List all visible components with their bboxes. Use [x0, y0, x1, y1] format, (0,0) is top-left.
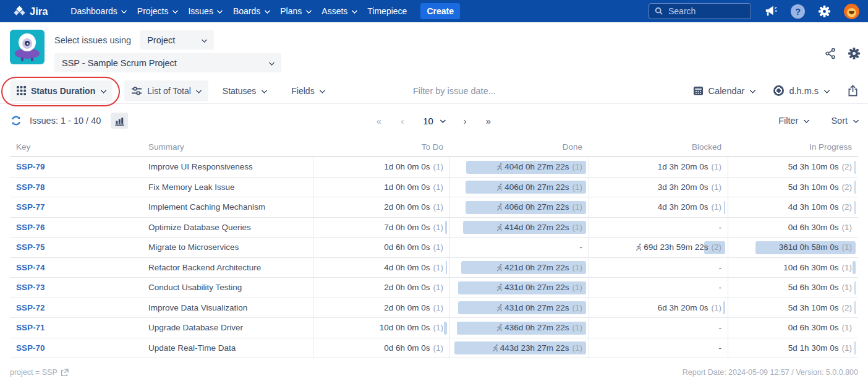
filter-button[interactable]: Filter [778, 116, 809, 126]
fields-button[interactable]: Fields [284, 80, 331, 101]
nav-item-boards[interactable]: Boards [233, 6, 270, 16]
search-input[interactable]: Search [649, 3, 751, 19]
time-format-select[interactable]: d.h.m.s [773, 85, 829, 96]
nav-item-label: Projects [137, 6, 169, 16]
issue-key-link[interactable]: SSP-74 [16, 263, 45, 272]
view-type-button[interactable]: List of Total [124, 80, 208, 101]
current-status-runner-icon [495, 304, 503, 312]
column-header-blocked[interactable]: Blocked [589, 142, 728, 152]
brand-name: Jira [30, 6, 48, 17]
issue-key-link[interactable]: SSP-77 [16, 202, 45, 212]
duration-bar [445, 221, 447, 234]
current-status-runner-icon [495, 203, 503, 211]
issue-key-link[interactable]: SSP-72 [16, 303, 45, 312]
nav-right: Search ? [649, 3, 859, 19]
duration-cell-todo: 2d 0h 0m 0s(1) [313, 298, 449, 318]
nav-item-plans[interactable]: Plans [280, 6, 311, 16]
key-cell: SSP-73 [10, 278, 142, 298]
duration-count: (1) [842, 242, 853, 252]
issue-key-link[interactable]: SSP-76 [16, 223, 45, 232]
issue-key-link[interactable]: SSP-70 [16, 343, 45, 353]
summary-cell: Conduct Usability Testing [142, 278, 313, 298]
duration-cell-blocked: - [589, 278, 728, 298]
duration-cell-blocked: - [589, 218, 728, 238]
duration-count: (2) [842, 162, 853, 171]
duration-bar [724, 201, 725, 214]
duration-count: (1) [433, 323, 444, 332]
table-row: SSP-74Refactor Backend Architecture4d 0h… [10, 258, 858, 278]
column-header-done[interactable]: Done [449, 142, 589, 152]
statuses-button[interactable]: Statuses [216, 80, 273, 101]
chevron-down-icon [823, 88, 829, 93]
user-avatar[interactable] [844, 4, 859, 19]
report-type-button[interactable]: Status Duration [10, 80, 113, 101]
megaphone-icon[interactable] [764, 5, 778, 17]
issue-key-link[interactable]: SSP-79 [16, 162, 45, 171]
duration-bar [854, 181, 856, 194]
nav-item-projects[interactable]: Projects [137, 6, 178, 16]
table-body: SSP-79Improve UI Responsiveness1d 0h 0m … [10, 157, 858, 358]
nav-item-dashboards[interactable]: Dashboards [70, 6, 127, 16]
duration-cell-inprogress: 361d 0h 58m 0s(1) [728, 238, 858, 257]
chart-view-button[interactable] [111, 113, 128, 129]
key-cell: SSP-76 [10, 218, 142, 238]
first-page-button[interactable]: « [377, 116, 382, 126]
nav-item-assets[interactable]: Assets [321, 6, 357, 16]
duration-text: 10d 6h 30m 0s [783, 263, 838, 272]
share-icon[interactable] [825, 48, 836, 59]
settings-icon[interactable] [818, 5, 831, 18]
duration-cell-todo: 10d 0h 0m 0s(1) [313, 318, 449, 338]
jira-logo[interactable]: Jira [12, 4, 48, 19]
issue-source-select[interactable]: Project [140, 30, 214, 49]
create-button[interactable]: Create [420, 3, 460, 19]
last-page-button[interactable]: » [486, 116, 491, 126]
duration-text: 1d 3h 20m 0s [658, 162, 708, 171]
column-header-summary[interactable]: Summary [142, 142, 313, 152]
page-size-select[interactable]: 10 [423, 116, 445, 126]
pagination-bar: Issues: 1 - 10 / 40 « ‹ 10 › » Filter So… [0, 104, 868, 137]
duration-text: 6d 3h 20m 0s [658, 303, 708, 312]
refresh-icon[interactable] [10, 114, 22, 127]
duration-text: 5d 3h 10m 0s [788, 182, 839, 192]
nav-item-label: Plans [280, 6, 302, 16]
issue-key-link[interactable]: SSP-75 [16, 242, 45, 252]
duration-value: 431d 0h 27m 22s(1) [495, 303, 582, 312]
jira-logo-icon [12, 4, 27, 19]
export-icon[interactable] [848, 85, 858, 96]
chevron-down-icon [261, 88, 266, 93]
duration-value: 404d 0h 27m 22s(1) [495, 162, 582, 171]
prev-page-button[interactable]: ‹ [401, 116, 404, 126]
help-icon[interactable]: ? [791, 4, 805, 19]
sort-button[interactable]: Sort [831, 116, 858, 126]
nav-item-issues[interactable]: Issues [188, 6, 222, 16]
duration-text: 406d 0h 27m 22s [504, 182, 569, 192]
report-settings-icon[interactable] [848, 47, 861, 60]
table-row: SSP-72Improve Data Visualization2d 0h 0m… [10, 298, 858, 319]
duration-value: 0d 6h 0m 0s(1) [384, 242, 443, 252]
next-page-button[interactable]: › [464, 116, 467, 126]
calendar-select[interactable]: Calendar [693, 85, 755, 96]
issue-key-link[interactable]: SSP-73 [16, 283, 45, 292]
duration-text: 5d 3h 10m 0s [788, 303, 839, 312]
duration-text: 69d 23h 59m 22s [644, 242, 708, 252]
duration-value: 2d 0h 0m 0s(1) [384, 283, 443, 292]
duration-cell-inprogress: 4d 3h 10m 0s(2) [728, 197, 858, 217]
column-header-key[interactable]: Key [10, 142, 142, 152]
duration-text: 406d 0h 27m 22s [504, 202, 569, 212]
issue-summary: Refactor Backend Architecture [148, 263, 261, 272]
current-status-runner-icon [495, 283, 503, 291]
duration-bar [854, 161, 856, 174]
table-row: SSP-75Migrate to Microservices0d 6h 0m 0… [10, 238, 858, 258]
nav-item-timepiece[interactable]: Timepiece [367, 6, 407, 16]
project-select[interactable]: SSP - Sample Scrum Project [54, 53, 281, 72]
column-header-to-do[interactable]: To Do [313, 142, 449, 152]
duration-bar [854, 341, 856, 354]
issue-key-link[interactable]: SSP-78 [16, 182, 45, 192]
column-header-in-progress[interactable]: In Progress [728, 142, 858, 152]
issue-key-link[interactable]: SSP-71 [16, 323, 45, 332]
issue-date-filter[interactable]: Filter by issue date... [413, 78, 496, 104]
duration-count: (1) [433, 343, 444, 353]
duration-count: (1) [842, 283, 853, 292]
duration-count: (1) [572, 263, 583, 272]
jql-link[interactable]: project = SSP [10, 368, 69, 377]
